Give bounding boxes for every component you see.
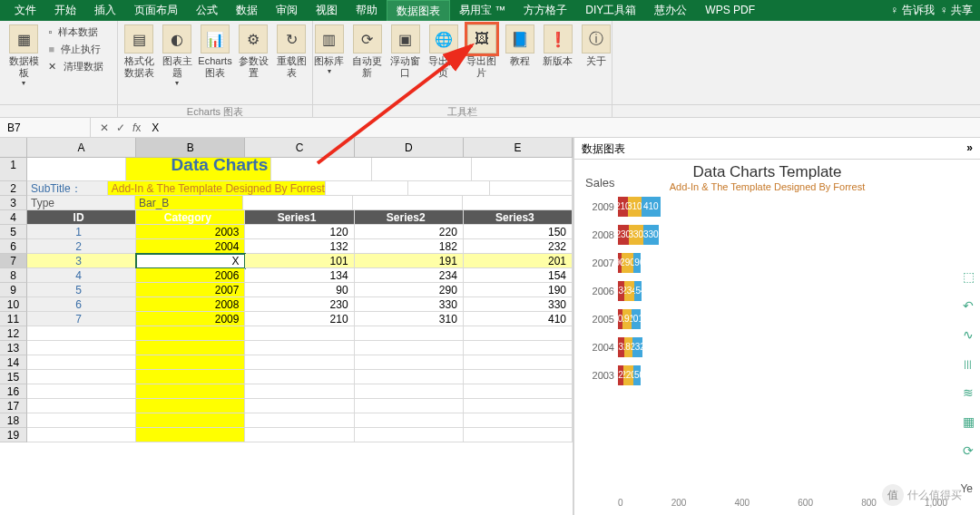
cell-s2[interactable]: 191 xyxy=(355,254,464,268)
cell-id[interactable]: 2 xyxy=(27,239,136,254)
row-8[interactable]: 8 xyxy=(0,268,27,283)
cell-id[interactable]: 7 xyxy=(27,312,136,326)
cell-s2[interactable]: 220 xyxy=(355,225,464,239)
bar-stack[interactable]: 120 220 150 xyxy=(618,365,663,385)
reload-chart-button[interactable]: ↻重载图表 xyxy=(274,24,309,79)
bar-stack[interactable]: 210 310 410 xyxy=(618,197,663,217)
hdr-category[interactable]: Category xyxy=(136,210,245,225)
panel-collapse-icon[interactable]: » xyxy=(966,141,973,154)
bar-seg-s1[interactable]: 230 xyxy=(618,225,629,245)
clear-data-button[interactable]: ✕ 清理数据 xyxy=(44,59,110,74)
export-web-button[interactable]: 🌐导出网页 xyxy=(426,24,461,79)
row-16[interactable]: 16 xyxy=(0,384,27,399)
cell-s2[interactable]: 330 xyxy=(355,297,464,312)
bar-stack[interactable]: 90 290 190 xyxy=(618,253,659,273)
echarts-chart-button[interactable]: 📊Echarts图表 xyxy=(198,24,232,79)
cell-id[interactable]: 5 xyxy=(27,283,136,297)
bar-seg-s2[interactable]: 234 xyxy=(624,281,635,301)
row-4[interactable]: 4 xyxy=(0,210,27,225)
formula-bar[interactable]: X xyxy=(148,121,159,134)
tab-data[interactable]: 数据 xyxy=(227,0,267,21)
row-5[interactable]: 5 xyxy=(0,225,27,239)
cell-s3[interactable]: 410 xyxy=(464,312,573,326)
row-6[interactable]: 6 xyxy=(0,239,27,254)
cell-s3[interactable]: 190 xyxy=(464,283,573,297)
subtitle-value[interactable]: Add-In & The Template Designed By Forres… xyxy=(108,181,326,196)
bar-seg-s3[interactable]: 232 xyxy=(632,337,643,357)
cell-s2[interactable]: 290 xyxy=(355,283,464,297)
tab-file[interactable]: 文件 xyxy=(5,0,45,21)
tab-layout[interactable]: 页面布局 xyxy=(125,0,187,21)
cell-s2[interactable]: 310 xyxy=(355,312,464,326)
bar-stack[interactable]: 101 191 201 xyxy=(618,309,663,329)
row-11[interactable]: 11 xyxy=(0,312,27,326)
chart-theme-button[interactable]: ◐图表主题▾ xyxy=(160,24,194,87)
tab-view[interactable]: 视图 xyxy=(307,0,347,21)
bar-seg-s3[interactable]: 154 xyxy=(634,281,642,301)
format-table-button[interactable]: ▤格式化数据表 xyxy=(122,24,156,79)
bar-stack[interactable]: 134 234 154 xyxy=(618,281,663,301)
tab-ffgz[interactable]: 方方格子 xyxy=(514,0,576,21)
tab-eyb[interactable]: 易用宝 ™ xyxy=(450,0,514,21)
share-button[interactable]: ♀ 共享 xyxy=(940,3,973,18)
type-value[interactable]: Bar_B xyxy=(135,196,243,210)
tab-hbg[interactable]: 慧办公 xyxy=(645,0,696,21)
row-1[interactable]: 1 xyxy=(0,158,27,181)
bar-seg-s2[interactable]: 191 xyxy=(622,309,632,329)
bar-seg-s2[interactable]: 330 xyxy=(629,225,644,245)
row-9[interactable]: 9 xyxy=(0,283,27,297)
cell-s3[interactable]: 330 xyxy=(464,297,573,312)
hdr-s1[interactable]: Series1 xyxy=(245,210,354,225)
row-19[interactable]: 19 xyxy=(0,428,27,442)
cell-s1[interactable]: 120 xyxy=(245,225,354,239)
cell-s3[interactable]: 201 xyxy=(464,254,573,268)
auto-update-button[interactable]: ⟳自动更新 xyxy=(350,24,385,79)
tab-review[interactable]: 审阅 xyxy=(267,0,307,21)
row-7[interactable]: 7 xyxy=(0,254,27,268)
tab-home[interactable]: 开始 xyxy=(45,0,85,21)
data-template-button[interactable]: ▦数据模板▾ xyxy=(6,24,41,87)
bar-seg-s3[interactable]: 201 xyxy=(632,309,641,329)
row-3[interactable]: 3 xyxy=(0,196,27,210)
cell-s1[interactable]: 210 xyxy=(245,312,354,326)
bar-stack[interactable]: 132 182 232 xyxy=(618,337,663,357)
row-2[interactable]: 2 xyxy=(0,181,27,196)
cell-category[interactable]: 2003 xyxy=(136,225,245,239)
hdr-id[interactable]: ID xyxy=(27,210,136,225)
bar-seg-s3[interactable]: 190 xyxy=(633,253,641,273)
row-14[interactable]: 14 xyxy=(0,355,27,370)
about-button[interactable]: ⓘ关于 xyxy=(579,24,613,67)
tutorial-button[interactable]: 📘教程 xyxy=(503,24,537,67)
tab-help[interactable]: 帮助 xyxy=(347,0,387,21)
sample-data-button[interactable]: ▫ 样本数据 xyxy=(44,24,110,40)
icon-lib-button[interactable]: ▥图标库▾ xyxy=(312,24,347,75)
bar-seg-s3[interactable]: 150 xyxy=(633,365,641,385)
row-13[interactable]: 13 xyxy=(0,341,27,355)
bar-seg-s1[interactable]: 132 xyxy=(618,337,624,357)
tool-stack-icon[interactable]: ≋ xyxy=(960,384,976,401)
float-window-button[interactable]: ▣浮动窗口 xyxy=(388,24,423,79)
tab-data-chart[interactable]: 数据图表 xyxy=(387,0,450,21)
select-all-corner[interactable] xyxy=(0,138,27,157)
cell-category[interactable]: 2004 xyxy=(136,239,245,254)
cell-id[interactable]: 1 xyxy=(27,225,136,239)
bar-seg-s3[interactable]: 330 xyxy=(643,225,659,245)
cell-category[interactable]: X xyxy=(136,254,245,268)
bar-seg-s2[interactable]: 182 xyxy=(624,337,632,357)
cell-s3[interactable]: 150 xyxy=(464,225,573,239)
row-18[interactable]: 18 xyxy=(0,413,27,428)
tab-insert[interactable]: 插入 xyxy=(85,0,125,21)
cell-s3[interactable]: 154 xyxy=(464,268,573,283)
row-10[interactable]: 10 xyxy=(0,297,27,312)
tool-grid-icon[interactable]: ▦ xyxy=(960,413,976,430)
fx-icon[interactable]: fx xyxy=(132,121,141,134)
cell-s3[interactable]: 232 xyxy=(464,239,573,254)
bar-seg-s1[interactable]: 210 xyxy=(618,197,628,217)
tool-refresh-icon[interactable]: ⟳ xyxy=(960,442,976,459)
row-17[interactable]: 17 xyxy=(0,399,27,413)
cell-id[interactable]: 6 xyxy=(27,297,136,312)
cell-s2[interactable]: 234 xyxy=(355,268,464,283)
cancel-icon[interactable]: ✕ xyxy=(100,121,109,134)
bar-stack[interactable]: 230 330 330 xyxy=(618,225,663,245)
params-button[interactable]: ⚙参数设置 xyxy=(236,24,270,79)
